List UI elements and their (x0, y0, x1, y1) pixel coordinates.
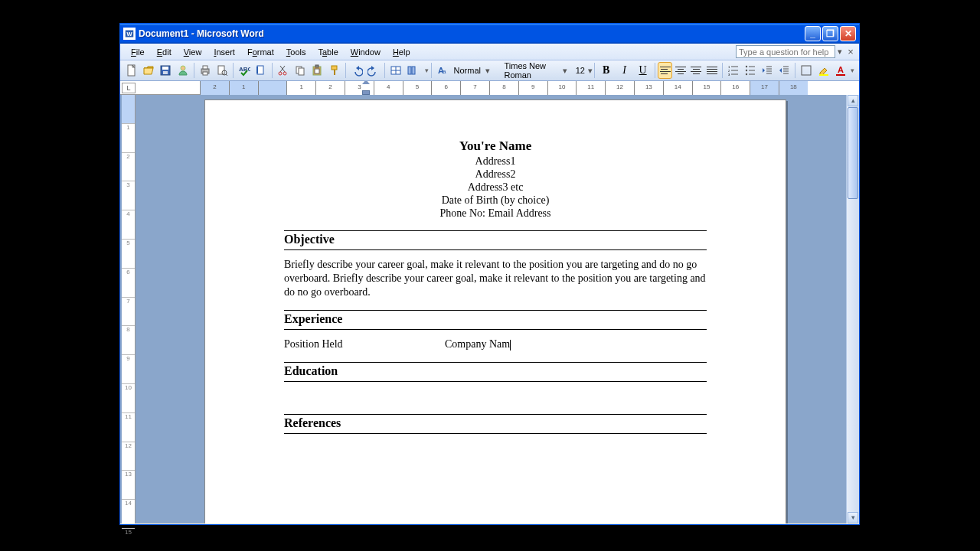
horizontal-ruler[interactable]: L 21123456789101112131415161718 (120, 81, 859, 95)
toolbar-options-icon[interactable]: ▾ (425, 67, 429, 74)
menu-tools[interactable]: Tools (280, 46, 312, 58)
menu-view[interactable]: View (178, 46, 208, 58)
section-objective-title: Objective (284, 231, 707, 250)
page-canvas[interactable]: You're Name Address1 Address2 Address3 e… (137, 95, 845, 523)
help-search-input[interactable] (736, 45, 835, 58)
borders-button[interactable] (799, 62, 814, 79)
research-button[interactable] (253, 62, 269, 79)
spellcheck-button[interactable]: ABC (237, 62, 252, 79)
svg-marker-49 (763, 68, 765, 73)
help-dropdown-icon[interactable]: ▾ (836, 47, 844, 57)
vertical-ruler[interactable]: 123456789101112131415 (122, 95, 136, 523)
menu-edit[interactable]: Edit (151, 46, 178, 58)
svg-point-43 (746, 66, 747, 67)
redo-button[interactable] (366, 62, 381, 79)
svg-rect-60 (819, 74, 828, 76)
numbering-button[interactable]: 123 (726, 62, 741, 79)
style-selector[interactable]: Normal▾ (452, 66, 499, 76)
svg-marker-54 (779, 68, 782, 73)
copy-button[interactable] (292, 62, 308, 79)
resume-name: You're Name (284, 139, 707, 154)
font-selector[interactable]: Times New Roman▾ (501, 61, 570, 80)
svg-rect-10 (203, 72, 207, 75)
menubar: FFileile Edit View Insert Format Tools T… (120, 44, 859, 60)
menu-format[interactable]: Format (241, 46, 280, 58)
tables-borders-button[interactable] (388, 62, 403, 79)
section-experience-title: Experience (284, 311, 707, 330)
svg-point-44 (746, 70, 747, 71)
window-title: Document1 - Microsoft Word (139, 28, 264, 39)
document-page[interactable]: You're Name Address1 Address2 Address3 e… (204, 99, 786, 523)
scroll-down-button[interactable]: ▾ (848, 512, 858, 523)
svg-rect-24 (315, 65, 318, 67)
print-button[interactable] (198, 62, 213, 79)
svg-text:a: a (443, 68, 446, 75)
align-center-button[interactable] (674, 62, 688, 79)
svg-rect-33 (408, 67, 411, 74)
italic-button[interactable]: I (616, 62, 633, 79)
svg-rect-15 (257, 66, 263, 74)
svg-rect-6 (163, 71, 168, 74)
experience-company: Company Nam (445, 338, 510, 350)
save-button[interactable] (158, 62, 173, 79)
menu-window[interactable]: Window (345, 46, 387, 58)
styles-pane-button[interactable]: Aa (435, 62, 450, 79)
scroll-up-button[interactable]: ▴ (848, 95, 858, 106)
menu-file[interactable]: FFileile (125, 46, 151, 58)
svg-rect-25 (315, 69, 319, 73)
tab-selector[interactable]: L (122, 83, 136, 93)
toolbar-options-icon[interactable]: ▾ (849, 67, 856, 74)
svg-rect-11 (218, 66, 224, 74)
align-justify-button[interactable] (704, 62, 718, 79)
word-app-icon: W (123, 28, 136, 40)
resume-contact: Phone No: Email Address (284, 207, 707, 220)
svg-point-19 (279, 72, 282, 75)
svg-text:A: A (838, 65, 844, 74)
section-education-title: Education (284, 363, 707, 382)
font-size-selector[interactable]: 12▾ (573, 66, 592, 76)
undo-button[interactable] (349, 62, 364, 79)
columns-button[interactable] (405, 62, 420, 79)
print-preview-button[interactable] (214, 62, 230, 79)
chevron-down-icon: ▾ (588, 66, 593, 76)
svg-text:ABC: ABC (239, 66, 250, 73)
resume-dob: Date of Birth (by choice) (284, 194, 707, 207)
underline-button[interactable]: U (635, 62, 652, 79)
experience-position: Position Held (284, 337, 445, 351)
menu-insert[interactable]: Insert (207, 46, 241, 58)
format-painter-button[interactable] (326, 62, 341, 79)
svg-rect-62 (836, 74, 845, 76)
resume-address1: Address1 (284, 155, 707, 168)
font-color-button[interactable]: A (833, 62, 848, 79)
svg-marker-28 (356, 66, 359, 70)
cut-button[interactable] (276, 62, 291, 79)
bullets-button[interactable] (743, 62, 758, 79)
close-pane-button[interactable]: × (845, 46, 856, 57)
increase-indent-button[interactable] (776, 62, 792, 79)
align-right-button[interactable] (689, 62, 703, 79)
section-objective-body: Briefly describe your career goal, make … (284, 250, 707, 299)
svg-rect-27 (334, 70, 335, 75)
permission-button[interactable] (175, 62, 190, 79)
svg-rect-59 (802, 66, 811, 75)
chevron-down-icon: ▾ (484, 66, 492, 76)
new-document-button[interactable] (124, 62, 139, 79)
svg-text:3: 3 (728, 73, 730, 77)
maximize-button[interactable]: ❐ (822, 26, 838, 41)
svg-point-7 (181, 66, 185, 70)
minimize-button[interactable]: _ (805, 26, 821, 41)
bold-button[interactable]: B (598, 62, 615, 79)
open-button[interactable] (141, 62, 156, 79)
align-left-button[interactable] (658, 62, 671, 79)
toolbar: ABC ▾ Aa Normal▾ Times New Roman▾ 12▾ (120, 60, 859, 81)
vertical-scrollbar[interactable]: ▴ ▾ (846, 95, 859, 523)
document-area: 123456789101112131415 You're Name Addres… (120, 95, 859, 523)
decrease-indent-button[interactable] (760, 62, 775, 79)
scroll-thumb[interactable] (848, 107, 858, 199)
menu-table[interactable]: Table (312, 46, 344, 58)
paste-button[interactable] (309, 62, 325, 79)
highlight-button[interactable] (815, 62, 831, 79)
menu-help[interactable]: Help (387, 46, 416, 58)
svg-point-20 (283, 72, 286, 75)
close-button[interactable]: ✕ (840, 26, 856, 41)
